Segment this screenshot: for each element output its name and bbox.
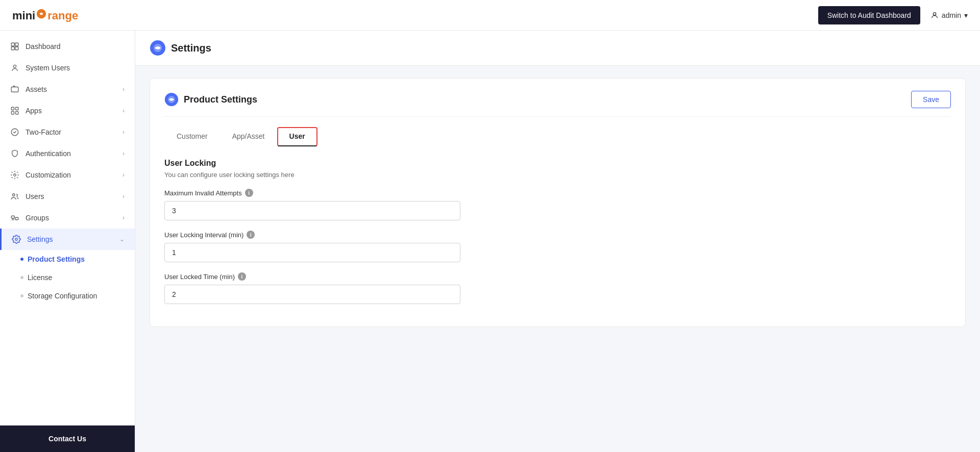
logo-icon [36,8,47,19]
sidebar-item-label: Settings [27,235,53,243]
svg-rect-8 [11,87,18,92]
settings-sub-nav: Product Settings License Storage Configu… [0,250,135,305]
admin-label: admin [942,11,961,19]
svg-rect-3 [11,43,14,46]
two-factor-icon [10,128,19,137]
svg-point-1 [40,12,43,15]
admin-menu-button[interactable]: admin ▾ [930,11,968,19]
label-max-invalid-attempts: Maximum Invalid Attempts i [164,189,951,197]
chevron-down-icon: ⌄ [119,236,125,243]
svg-rect-11 [11,112,14,114]
dot-icon [20,258,23,261]
svg-rect-5 [11,47,14,50]
settings-card: Product Settings Save Customer App/Asset… [150,78,966,327]
sidebar-item-label: Groups [26,214,49,222]
tabs: Customer App/Asset User [164,127,951,146]
sidebar-item-dashboard[interactable]: Dashboard [0,36,135,57]
section-desc: You can configure user locking settings … [164,171,951,179]
customization-icon [10,170,19,180]
page-header: Settings [135,31,980,66]
sidebar-item-two-factor[interactable]: Two-Factor › [0,121,135,143]
chevron-right-icon: › [122,171,125,179]
sidebar-item-product-settings[interactable]: Product Settings [0,250,135,268]
sidebar-item-customization[interactable]: Customization › [0,164,135,186]
logo: minirange [12,8,78,22]
dashboard-icon [10,42,19,51]
save-button[interactable]: Save [911,91,951,108]
chevron-right-icon: › [122,150,125,157]
assets-icon [10,85,19,94]
sidebar-item-authentication[interactable]: Authentication › [0,143,135,164]
users-icon [10,192,19,201]
chevron-right-icon: › [122,193,125,200]
sidebar-sub-item-label: License [28,273,52,282]
chevron-right-icon: › [122,86,125,93]
sidebar-item-storage-configuration[interactable]: Storage Configuration [0,287,135,305]
sidebar-item-users[interactable]: Users › [0,186,135,207]
sidebar-sub-item-label: Product Settings [28,255,85,263]
sidebar-item-label: Users [26,192,44,200]
content-area: Product Settings Save Customer App/Asset… [135,66,980,339]
layout: Dashboard System Users Assets › [0,31,980,452]
svg-point-7 [13,65,16,67]
main-content: Settings Product Settings Save [135,31,980,452]
chevron-right-icon: › [122,214,125,221]
page-header-icon [150,40,166,56]
user-icon [930,11,939,19]
audit-dashboard-button[interactable]: Switch to Audit Dashboard [818,6,920,24]
svg-point-20 [15,238,18,241]
svg-rect-16 [11,216,14,218]
chevron-down-icon: ▾ [964,11,968,19]
sidebar-item-license[interactable]: License [0,268,135,287]
chevron-right-icon: › [122,107,125,114]
contact-us-button[interactable]: Contact Us [0,425,135,452]
sidebar-item-label: Authentication [26,149,71,158]
svg-rect-10 [16,107,18,110]
authentication-icon [10,149,19,158]
sidebar-item-label: Customization [26,171,71,179]
card-icon [164,92,179,107]
input-max-invalid-attempts[interactable] [164,201,460,220]
label-user-locked-time: User Locked Time (min) i [164,272,951,281]
tab-customer[interactable]: Customer [164,127,220,146]
input-user-locking-interval[interactable] [164,243,460,262]
logo-orange: range [47,9,78,22]
sidebar-sub-item-label: Storage Configuration [28,292,97,300]
sidebar-nav: Dashboard System Users Assets › [0,31,135,425]
sidebar-item-apps[interactable]: Apps › [0,100,135,121]
chevron-right-icon: › [122,129,125,136]
svg-point-15 [13,194,15,196]
sidebar-item-settings[interactable]: Settings ⌄ [0,229,135,250]
groups-icon [10,213,19,222]
settings-icon [12,235,21,244]
tab-app-asset[interactable]: App/Asset [220,127,277,146]
info-icon-user-locking-interval[interactable]: i [247,231,255,239]
sidebar-item-assets[interactable]: Assets › [0,79,135,100]
apps-icon [10,106,19,115]
sidebar-item-label: Dashboard [26,42,61,51]
svg-rect-4 [15,43,18,46]
card-header: Product Settings Save [164,91,951,117]
section-title: User Locking [164,159,951,168]
input-user-locked-time[interactable] [164,285,460,304]
label-user-locking-interval: User Locking Interval (min) i [164,231,951,239]
sidebar-item-groups[interactable]: Groups › [0,207,135,229]
form-group-user-locked-time: User Locked Time (min) i [164,272,951,304]
system-users-icon [10,63,19,72]
sidebar-item-label: Assets [26,85,47,93]
form-group-max-invalid-attempts: Maximum Invalid Attempts i [164,189,951,220]
header-right: Switch to Audit Dashboard admin ▾ [818,6,968,24]
svg-point-14 [14,174,16,177]
card-title: Product Settings [184,94,257,105]
sidebar-item-label: Two-Factor [26,128,61,136]
info-icon-user-locked-time[interactable]: i [238,272,246,281]
svg-rect-12 [16,112,18,114]
svg-rect-9 [11,107,14,110]
info-icon-max-invalid-attempts[interactable]: i [245,189,253,197]
header: minirange Switch to Audit Dashboard admi… [0,0,980,31]
page-title: Settings [171,42,211,54]
sidebar-item-label: Apps [26,107,42,115]
sidebar-item-system-users[interactable]: System Users [0,57,135,79]
tab-user[interactable]: User [277,127,317,146]
sidebar-item-label: System Users [26,64,70,72]
